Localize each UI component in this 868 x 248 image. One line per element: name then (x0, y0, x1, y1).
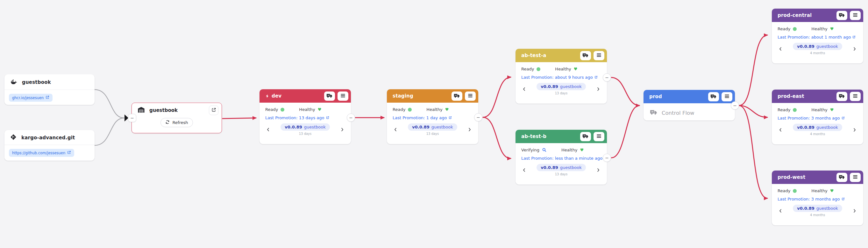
stage-header-prod-west[interactable]: prod-west (772, 170, 863, 184)
last-promotion-link[interactable]: Last Promotion: about 9 hours ago (521, 75, 598, 80)
ready-dot-icon (793, 108, 797, 112)
freight-chip[interactable]: v0.0.89guestbook (536, 83, 586, 90)
stage-menu-button[interactable] (850, 173, 861, 182)
collapse-staging-downstream-button[interactable]: − (474, 113, 483, 121)
warehouse-details-button[interactable] (209, 106, 218, 115)
freight-chip[interactable]: v0.0.89guestbook (281, 123, 330, 131)
stage-title: prod-west (778, 174, 805, 180)
repo-link-chip[interactable]: ghcr.io/jessesuen (9, 94, 53, 102)
promote-button[interactable] (580, 51, 591, 60)
edge-git-repo-to-warehouse (95, 118, 124, 145)
chevron-right-icon[interactable] (595, 167, 601, 173)
chevron-left-icon[interactable] (521, 86, 527, 92)
health-status: Healthy♥ (555, 66, 577, 72)
stage-card-staging: staging Ready Healthy♥ Last Promotion: 1… (387, 89, 478, 144)
chevron-right-icon[interactable] (851, 127, 858, 133)
divider (4, 89, 95, 90)
freight-chip[interactable]: v0.0.89guestbook (793, 43, 842, 50)
external-link-icon (852, 35, 856, 39)
docker-icon (10, 78, 17, 86)
collapse-warehouse-subscriptions-button[interactable]: − (128, 114, 136, 122)
external-link-icon (594, 75, 598, 80)
refresh-button[interactable]: Refresh (160, 118, 193, 127)
stage-header-ab-test-b[interactable]: ab-test-b (516, 130, 607, 143)
stage-card-dev: dev Ready Healthy♥ Last Promotion: 13 da… (259, 89, 351, 144)
freight-age: 4 months (810, 132, 825, 136)
warehouse-card-guestbook[interactable]: guestbook Refresh (131, 103, 222, 133)
health-status: Healthy♥ (811, 26, 834, 31)
chevron-right-icon[interactable] (339, 127, 345, 133)
promote-button[interactable] (324, 91, 335, 101)
edge-ab-test-a-to-prod (611, 78, 640, 106)
repo-link-chip[interactable]: https://github.com/jessesuen (9, 149, 74, 157)
freight-chip[interactable]: v0.0.89guestbook (793, 124, 842, 131)
stage-card-prod-west: prod-west Ready Healthy♥ Last Promotion:… (772, 170, 863, 225)
chevron-left-icon[interactable] (393, 127, 399, 133)
truck-icon (839, 12, 845, 19)
stage-header-ab-test-a[interactable]: ab-test-a (516, 49, 607, 62)
hamburger-icon (852, 12, 858, 19)
stage-header-prod-central[interactable]: prod-central (772, 9, 863, 22)
stage-header-dev[interactable]: dev (259, 89, 351, 103)
chevron-left-icon[interactable] (778, 46, 784, 52)
stage-menu-button[interactable] (338, 91, 348, 101)
warehouse-icon (137, 106, 145, 115)
stage-menu-button[interactable] (465, 91, 476, 101)
collapse-ab-test-b-downstream-button[interactable]: − (603, 154, 611, 162)
health-status: Healthy♥ (426, 107, 448, 112)
promote-button[interactable] (836, 173, 847, 182)
freight-chip[interactable]: v0.0.89guestbook (408, 123, 457, 131)
last-promotion-link[interactable]: Last Promotion: less than a minute ago (521, 156, 607, 161)
collapse-dev-downstream-button[interactable]: − (347, 113, 355, 122)
healthy-heart-icon: ♥ (830, 189, 834, 193)
chevron-left-icon[interactable] (778, 208, 784, 214)
verifying-magnifier-icon (542, 147, 547, 153)
ready-dot-icon (536, 67, 540, 71)
stage-menu-button[interactable] (850, 92, 861, 101)
promote-button[interactable] (452, 91, 462, 101)
last-promotion-link[interactable]: Last Promotion: 3 months ago (778, 197, 845, 201)
ready-dot-icon (793, 27, 797, 31)
chevron-right-icon[interactable] (851, 46, 858, 52)
stage-card-prod-east: prod-east Ready Healthy♥ Last Promotion:… (772, 89, 863, 144)
stage-title: ab-test-a (521, 53, 547, 58)
stage-header-prod[interactable]: prod (644, 90, 735, 103)
truck-icon (839, 174, 845, 181)
last-promotion-link[interactable]: Last Promotion: 3 months ago (778, 116, 845, 120)
promote-button[interactable] (580, 132, 591, 141)
freight-chip[interactable]: v0.0.89guestbook (536, 164, 586, 171)
stage-header-staging[interactable]: staging (387, 89, 478, 103)
collapse-prod-downstream-button[interactable]: − (731, 101, 739, 110)
stage-header-prod-east[interactable]: prod-east (772, 89, 863, 103)
ready-dot-icon (281, 108, 284, 112)
chevron-right-icon[interactable] (595, 86, 601, 92)
promote-button[interactable] (836, 92, 847, 101)
chevron-right-icon[interactable] (466, 127, 472, 133)
last-promotion-link[interactable]: Last Promotion: about 1 month ago (778, 35, 856, 39)
freight-age: 13 days (555, 91, 568, 95)
phase-status: Verifying (521, 147, 547, 153)
last-promotion-link[interactable]: Last Promotion: 13 days ago (265, 115, 329, 120)
chevron-left-icon[interactable] (265, 127, 271, 133)
collapse-ab-test-a-downstream-button[interactable]: − (603, 73, 611, 82)
phase-status: Ready (778, 107, 797, 112)
freight-chip[interactable]: v0.0.89guestbook (793, 205, 842, 212)
stage-title: prod-central (778, 12, 812, 18)
chevron-left-icon[interactable] (521, 167, 527, 173)
edge-prod-to-prod-central (739, 35, 767, 106)
stage-card-prod-central: prod-central Ready Healthy♥ Last Promoti… (772, 9, 863, 63)
stage-menu-button[interactable] (850, 11, 861, 20)
ready-dot-icon (408, 108, 412, 112)
phase-status: Ready (778, 188, 797, 193)
stage-menu-button[interactable] (721, 92, 732, 101)
external-link-icon (45, 95, 49, 100)
last-promotion-link[interactable]: Last Promotion: 1 day ago (393, 115, 452, 120)
stage-menu-button[interactable] (593, 51, 604, 60)
truck-icon (327, 92, 333, 100)
promote-button[interactable] (708, 92, 719, 101)
chevron-right-icon[interactable] (851, 208, 858, 214)
stage-menu-button[interactable] (593, 132, 604, 141)
chevron-left-icon[interactable] (778, 127, 784, 133)
freight-age: 13 days (555, 172, 568, 176)
promote-button[interactable] (836, 11, 847, 20)
